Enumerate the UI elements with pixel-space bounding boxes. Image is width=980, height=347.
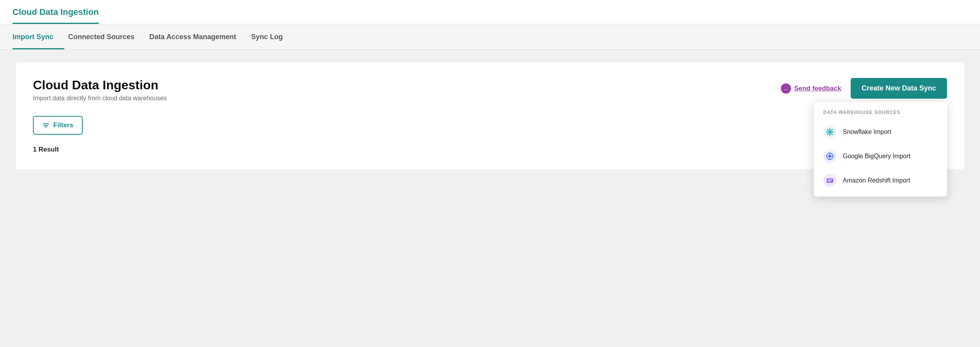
dropdown-item-snowflake[interactable]: Snowflake Import (814, 120, 947, 144)
card-actions: … Send feedback Create New Data Sync DAT… (781, 78, 947, 99)
svg-point-11 (831, 134, 833, 135)
tab-sync-log[interactable]: Sync Log (251, 24, 294, 49)
svg-point-7 (829, 134, 831, 135)
dropdown-item-redshift[interactable]: Amazon Redshift Import (814, 168, 947, 193)
main-content: Cloud Data Ingestion Import data directl… (0, 50, 980, 182)
top-bar: Cloud Data Ingestion (0, 0, 980, 24)
card-title-block: Cloud Data Ingestion Import data directl… (33, 78, 167, 102)
svg-point-15 (828, 155, 831, 157)
svg-point-9 (832, 132, 833, 133)
bigquery-icon (823, 150, 837, 163)
svg-point-10 (828, 130, 829, 131)
filters-button[interactable]: Filters (33, 116, 83, 135)
card-title: Cloud Data Ingestion (33, 78, 167, 92)
dropdown-item-bigquery[interactable]: Google BigQuery Import (814, 144, 947, 168)
feedback-icon: … (781, 83, 791, 94)
create-btn-wrapper: Create New Data Sync DATA WAREHOUSE SOUR… (851, 78, 947, 99)
svg-point-12 (831, 130, 833, 131)
send-feedback-label: Send feedback (794, 85, 841, 92)
svg-rect-22 (828, 181, 831, 182)
filters-icon (42, 122, 49, 129)
snowflake-label: Snowflake Import (843, 128, 891, 136)
main-card: Cloud Data Ingestion Import data directl… (16, 62, 964, 169)
svg-point-13 (828, 134, 829, 135)
send-feedback-link[interactable]: … Send feedback (781, 83, 841, 94)
tab-import-sync[interactable]: Import Sync (13, 24, 64, 49)
bigquery-label: Google BigQuery Import (843, 153, 911, 160)
tab-bar: Import Sync Connected Sources Data Acces… (0, 24, 980, 50)
tab-connected-sources[interactable]: Connected Sources (68, 24, 145, 49)
card-header: Cloud Data Ingestion Import data directl… (33, 78, 947, 102)
redshift-label: Amazon Redshift Import (843, 177, 910, 184)
svg-point-6 (829, 129, 831, 130)
card-subtitle: Import data directly from cloud data war… (33, 95, 167, 102)
filters-row: Filters (33, 116, 947, 135)
redshift-icon (823, 174, 837, 187)
svg-point-8 (827, 132, 828, 133)
snowflake-icon (823, 125, 837, 139)
results-count: 1 Result (33, 146, 947, 154)
dropdown-menu: DATA WAREHOUSE SOURCES (814, 102, 947, 197)
dropdown-section-label: DATA WAREHOUSE SOURCES (814, 110, 947, 120)
svg-rect-21 (828, 179, 832, 180)
filters-label: Filters (53, 121, 73, 129)
app-title: Cloud Data Ingestion (13, 0, 99, 24)
svg-rect-20 (827, 179, 833, 183)
tab-data-access[interactable]: Data Access Management (149, 24, 247, 49)
svg-text:…: … (784, 87, 788, 91)
create-new-data-sync-button[interactable]: Create New Data Sync (851, 78, 947, 99)
